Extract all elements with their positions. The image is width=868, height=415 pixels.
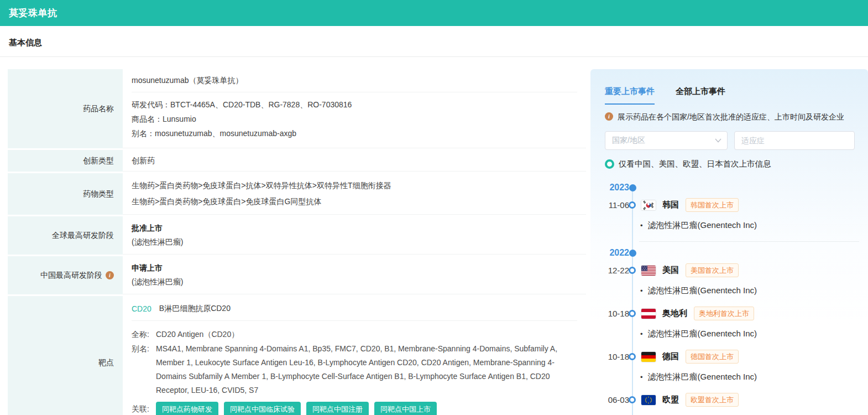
global-stage-value: 批准上市 bbox=[132, 221, 577, 235]
row-label: 药物类型 bbox=[8, 173, 123, 215]
country-region-select[interactable]: 国家/地区 bbox=[605, 131, 728, 150]
row-label: 靶点 bbox=[8, 296, 123, 415]
events-tabs: 重要上市事件 全部上市事件 bbox=[605, 86, 859, 105]
event-dot-icon bbox=[629, 396, 636, 403]
page-title: 莫妥珠单抗 bbox=[9, 7, 57, 19]
china-stage-indication: (滤泡性淋巴瘤) bbox=[132, 275, 577, 288]
row-label: 全球最高研发阶段 bbox=[8, 216, 123, 255]
timeline-year-2023: 2023 bbox=[605, 181, 859, 194]
events-filters: 国家/地区 bbox=[605, 131, 859, 150]
target-symbol-link[interactable]: CD20 bbox=[132, 304, 151, 313]
drug-type-lines: 生物药>蛋白类药物>免疫球蛋白>抗体>双特异性抗体>双特异性T细胞衔接器 生物药… bbox=[132, 173, 577, 214]
events-hint-row: i 展示药品在各个国家/地区首次批准的适应症、上市时间及研发企业 bbox=[605, 112, 859, 122]
drug-type-line: 生物药>蛋白类药物>免疫球蛋白>抗体>双特异性抗体>双特异性T细胞衔接器 bbox=[132, 178, 577, 194]
row-value: 批准上市 (滤泡性淋巴瘤) bbox=[123, 216, 586, 255]
launch-timeline: 2023 11-06 bbox=[605, 181, 859, 415]
row-value: mosunetuzumab（莫妥珠单抗） 研发代码：BTCT-4465A、CD2… bbox=[123, 69, 586, 148]
chevron-down-icon bbox=[715, 138, 721, 143]
usa-flag-icon bbox=[641, 265, 656, 276]
event-dot-icon bbox=[629, 310, 636, 317]
table-row-global-stage: 全球最高研发阶段 批准上市 (滤泡性淋巴瘤) bbox=[8, 216, 586, 255]
event-dot-icon bbox=[629, 353, 636, 360]
main-content: 药品名称 mosunetuzumab（莫妥珠单抗） 研发代码：BTCT-4465… bbox=[0, 57, 868, 415]
eu-flag-icon bbox=[641, 395, 656, 406]
year-dot-icon bbox=[629, 184, 636, 191]
first-launch-tag: 德国首次上市 bbox=[686, 350, 739, 364]
info-icon: i bbox=[605, 112, 613, 121]
target-fullname-row: 全称: CD20 Antigen（CD20） bbox=[132, 328, 577, 341]
timeline-rail bbox=[632, 186, 633, 415]
table-row-target: 靶点 CD20 B淋巴细胞抗原CD20 全称: CD20 Antigen（CD2… bbox=[8, 296, 586, 415]
korea-flag-icon bbox=[641, 200, 656, 211]
china-stage-value: 申请上市 bbox=[132, 261, 577, 275]
drug-alias: 别名：mosunetuzumab、mosunetuzumab-axgb bbox=[132, 126, 577, 141]
tab-important-launch-events[interactable]: 重要上市事件 bbox=[605, 86, 655, 105]
innovation-type-value: 创新药 bbox=[132, 150, 577, 171]
row-value: 申请上市 (滤泡性淋巴瘤) bbox=[123, 256, 586, 294]
first-launch-radio-row: 仅看中国、美国、欧盟、日本首次上市信息 bbox=[605, 159, 859, 169]
first-launch-tag: 美国首次上市 bbox=[686, 263, 739, 277]
radio-selected-icon[interactable] bbox=[605, 159, 614, 169]
event-dot-icon bbox=[629, 201, 636, 209]
china-stage-block: 申请上市 (滤泡性淋巴瘤) bbox=[132, 256, 577, 294]
indication-input[interactable] bbox=[734, 131, 855, 150]
app-bar: 莫妥珠单抗 bbox=[0, 0, 868, 26]
timeline-event-eu: 06-03 bbox=[605, 393, 859, 407]
target-alias: MS4A1, Membrane Spanning 4-Domains A1, B… bbox=[156, 342, 577, 397]
global-stage-indication: (滤泡性淋巴瘤) bbox=[132, 235, 577, 248]
table-row-innovation-type: 创新类型 创新药 bbox=[8, 150, 586, 172]
austria-flag-icon bbox=[641, 308, 656, 319]
radio-label: 仅看中国、美国、欧盟、日本首次上市信息 bbox=[619, 159, 771, 169]
timeline-event-austria: 10-18 奥地利 奥地利首次上市 bbox=[605, 307, 859, 320]
table-row-drug-name: 药品名称 mosunetuzumab（莫妥珠单抗） 研发代码：BTCT-4465… bbox=[8, 69, 586, 148]
tab-all-launch-events[interactable]: 全部上市事件 bbox=[676, 86, 725, 105]
first-launch-tag: 欧盟首次上市 bbox=[686, 393, 739, 407]
section-title: 基本信息 bbox=[9, 38, 42, 47]
same-target-china-trial-button[interactable]: 同靶点中国临床试验 bbox=[224, 402, 301, 415]
first-launch-tag: 韩国首次上市 bbox=[686, 198, 739, 212]
event-indication: 滤泡性淋巴瘤(Genentech Inc) bbox=[640, 329, 859, 339]
row-label: 中国最高研发阶段 i bbox=[8, 256, 123, 294]
events-hint-text: 展示药品在各个国家/地区首次批准的适应症、上市时间及研发企业 bbox=[618, 112, 844, 122]
launch-events-panel: 重要上市事件 全部上市事件 i 展示药品在各个国家/地区首次批准的适应症、上市时… bbox=[590, 69, 868, 415]
drug-name-details: 研发代码：BTCT-4465A、CD20-TDB、RG-7828、RO-7030… bbox=[132, 92, 577, 148]
info-icon[interactable]: i bbox=[106, 271, 114, 279]
row-value: 生物药>蛋白类药物>免疫球蛋白>抗体>双特异性抗体>双特异性T细胞衔接器 生物药… bbox=[123, 173, 586, 215]
table-row-drug-type: 药物类型 生物药>蛋白类药物>免疫球蛋白>抗体>双特异性抗体>双特异性T细胞衔接… bbox=[8, 173, 586, 215]
event-dot-icon bbox=[629, 267, 636, 274]
event-indication: 滤泡性淋巴瘤(Genentech Inc) bbox=[640, 220, 859, 231]
event-indication: 滤泡性淋巴瘤(Genentech Inc) bbox=[640, 286, 859, 296]
section-head: 基本信息 bbox=[0, 26, 868, 57]
drug-code: 研发代码：BTCT-4465A、CD20-TDB、RG-7828、RO-7030… bbox=[132, 97, 577, 112]
target-body: 全称: CD20 Antigen（CD20） 别名: MS4A1, Membra… bbox=[132, 321, 577, 415]
page: 莫妥珠单抗 基本信息 药品名称 mosunetuzumab（莫妥珠单抗） 研发代… bbox=[0, 0, 868, 415]
timeline-event-korea: 11-06 bbox=[605, 198, 859, 212]
germany-flag-icon bbox=[641, 351, 656, 362]
target-name: B淋巴细胞抗原CD20 bbox=[159, 304, 231, 314]
target-related-row: 关联: 同靶点药物研发 同靶点中国临床试验 同靶点中国注册 同靶点中国上市 bbox=[132, 402, 577, 415]
drug-trade-name: 商品名：Lunsumio bbox=[132, 112, 577, 126]
timeline-group-divider bbox=[639, 241, 859, 242]
target-head: CD20 B淋巴细胞抗原CD20 bbox=[132, 296, 577, 321]
row-value: CD20 B淋巴细胞抗原CD20 全称: CD20 Antigen（CD20） … bbox=[123, 296, 586, 415]
table-row-china-stage: 中国最高研发阶段 i 申请上市 (滤泡性淋巴瘤) bbox=[8, 256, 586, 294]
target-alias-row: 别名: MS4A1, Membrane Spanning 4-Domains A… bbox=[132, 342, 577, 397]
target-fullname: CD20 Antigen（CD20） bbox=[156, 328, 577, 341]
drug-type-line: 生物药>蛋白类药物>免疫球蛋白>免疫球蛋白G同型抗体 bbox=[132, 194, 577, 210]
row-label: 创新类型 bbox=[8, 150, 123, 172]
row-value: 创新药 bbox=[123, 150, 586, 172]
same-target-rd-button[interactable]: 同靶点药物研发 bbox=[156, 402, 218, 415]
first-launch-tag: 奥地利首次上市 bbox=[694, 307, 754, 320]
same-target-china-reg-button[interactable]: 同靶点中国注册 bbox=[306, 402, 369, 415]
basic-info-table: 药品名称 mosunetuzumab（莫妥珠单抗） 研发代码：BTCT-4465… bbox=[8, 69, 586, 415]
global-stage-block: 批准上市 (滤泡性淋巴瘤) bbox=[132, 216, 577, 254]
drug-primary-name: mosunetuzumab（莫妥珠单抗） bbox=[132, 69, 577, 92]
same-target-china-market-button[interactable]: 同靶点中国上市 bbox=[374, 402, 437, 415]
timeline-event-usa: 12-22 bbox=[605, 263, 859, 277]
timeline-event-germany: 10-18 德国 德国首次上市 bbox=[605, 350, 859, 364]
event-indication: 滤泡性淋巴瘤(Genentech Inc) bbox=[640, 372, 859, 382]
row-label: 药品名称 bbox=[8, 69, 123, 148]
timeline-year-2022: 2022 bbox=[605, 246, 859, 260]
year-dot-icon bbox=[629, 250, 636, 257]
